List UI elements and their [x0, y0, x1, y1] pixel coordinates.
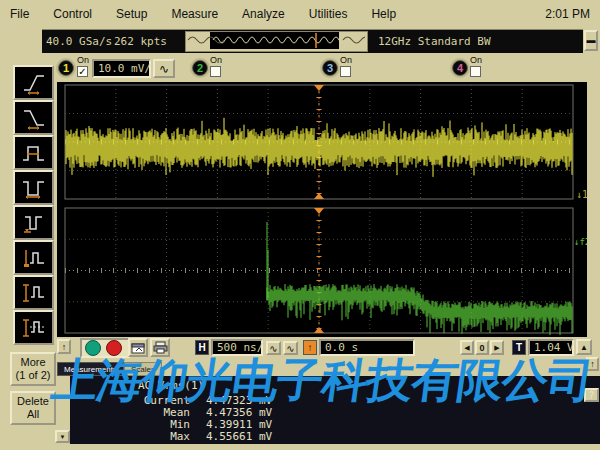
print-button[interactable] [150, 338, 170, 357]
measure-fall-time-button[interactable] [13, 100, 54, 135]
more-line2: (1 of 2) [12, 369, 54, 382]
status-bar: 40.0 GSa/s 262 kpts 12GHz Standard BW [42, 29, 583, 53]
measure-period-button[interactable] [13, 205, 54, 240]
run-button[interactable] [85, 340, 101, 356]
trigger-icon[interactable]: T [512, 340, 526, 355]
measure-positive-width-button[interactable] [13, 135, 54, 170]
channel-2-checkbox[interactable] [210, 66, 221, 77]
delete-line2: All [12, 408, 54, 421]
channel-3-on-toggle[interactable]: On [340, 56, 352, 77]
delay-right-button[interactable]: ▶ [490, 340, 504, 355]
delay-zero-button[interactable]: 0 [475, 340, 489, 355]
measure-vavg-button[interactable] [13, 310, 54, 345]
acquisition-memory-bar[interactable] [185, 31, 368, 52]
delay-left-button[interactable]: ◀ [460, 340, 474, 355]
more-line1: More [12, 356, 54, 369]
channel-2-on-label: On [210, 56, 222, 65]
sine-small-icon: ∿ [269, 343, 277, 354]
row-value: 4.55661 mV [206, 430, 272, 443]
waveform-display[interactable]: ↓1↓f2 [57, 82, 587, 337]
tab-measurements[interactable]: Measurements [57, 362, 124, 376]
svg-text:↓f2: ↓f2 [574, 237, 587, 247]
channel-1-checkbox[interactable]: ✓ [77, 66, 88, 77]
row-label: Max [80, 430, 190, 443]
menu-measure[interactable]: Measure [171, 7, 218, 21]
scope-graticule: ↓1↓f2 [57, 82, 587, 337]
memory-depth: 262 kpts [114, 35, 167, 48]
channel-3-checkbox[interactable] [340, 66, 351, 77]
measure-vmin-button[interactable] [13, 240, 54, 275]
horizontal-zoom-in-button[interactable]: ∿ [283, 341, 298, 355]
delete-all-button[interactable]: Delete All [10, 391, 56, 425]
panel-scroll-down-button[interactable]: ▼ [55, 430, 70, 443]
svg-text:↓1: ↓1 [576, 189, 587, 200]
v-min-icon [21, 245, 47, 271]
positive-pulse-width-icon [21, 140, 47, 166]
channel-1-scale-field[interactable]: 10.0 mV/ [92, 59, 151, 78]
fall-time-icon [21, 105, 47, 131]
channel-4-on-toggle[interactable]: On [470, 56, 482, 77]
negative-pulse-width-icon [21, 175, 47, 201]
channel-3-button[interactable]: 3 [322, 60, 338, 76]
rise-time-icon [21, 70, 47, 96]
stop-button[interactable] [106, 340, 122, 356]
channel-1-on-toggle[interactable]: On ✓ [77, 56, 89, 77]
menu-file[interactable]: File [10, 7, 29, 21]
measurements-panel: AC Vrms(1) Current 4.47323 mV Mean 4.473… [70, 376, 600, 444]
channel-1-button[interactable]: 1 [58, 60, 74, 76]
v-average-icon [21, 315, 47, 341]
delete-line1: Delete [12, 395, 54, 408]
trigger-position-icon[interactable]: ↑ [303, 340, 317, 355]
measurement-name: AC Vrms(1) [138, 379, 204, 392]
measure-negative-width-button[interactable] [13, 170, 54, 205]
measurement-row-max: Max 4.55661 mV [80, 430, 272, 443]
measure-vpp-button[interactable] [13, 275, 54, 310]
menu-setup[interactable]: Setup [116, 7, 147, 21]
menu-control[interactable]: Control [53, 7, 92, 21]
menu-help[interactable]: Help [371, 7, 396, 21]
printer-icon [153, 341, 168, 354]
tab-scales[interactable]: Scales [124, 362, 162, 376]
export-button[interactable] [128, 338, 148, 357]
measure-rise-time-button[interactable] [13, 65, 54, 100]
trigger-level-field[interactable]: 1.04 V [528, 339, 574, 356]
menu-utilities[interactable]: Utilities [309, 7, 348, 21]
clock: 2:01 PM [545, 7, 590, 21]
channel-1-menu-button[interactable]: ∿ [153, 59, 175, 78]
help-button[interactable]: ? [584, 388, 599, 402]
channel-1-on-label: On [77, 56, 89, 65]
horizontal-icon[interactable]: H [195, 340, 209, 355]
menu-bar: File Control Setup Measure Analyze Utili… [0, 0, 600, 27]
memory-bar-waveform [186, 32, 365, 49]
timebase-field[interactable]: 500 ns/ [211, 339, 263, 356]
channel-4-checkbox[interactable] [470, 66, 481, 77]
channel-4-button[interactable]: 4 [452, 60, 468, 76]
menu-analyze[interactable]: Analyze [242, 7, 285, 21]
scroll-up-right-button[interactable]: ↑ [586, 357, 599, 371]
channel-2-on-toggle[interactable]: On [210, 56, 222, 77]
sine-icon: ∿ [159, 62, 169, 76]
v-peak-peak-icon [21, 280, 47, 306]
trigger-level-up-button[interactable]: ▲ [576, 339, 592, 355]
more-measurements-button[interactable]: More (1 of 2) [10, 352, 56, 386]
horizontal-zoom-out-button[interactable]: ∿ [266, 341, 281, 355]
sine-small-icon: ∿ [286, 343, 294, 354]
bandwidth-label: 12GHz Standard BW [378, 35, 491, 48]
channel-2-button[interactable]: 2 [192, 60, 208, 76]
period-icon [21, 210, 47, 236]
scroll-up-left-button[interactable]: ↑ [57, 339, 71, 354]
sample-rate: 40.0 GSa/s [46, 35, 112, 48]
collapse-button[interactable]: ▬ [584, 30, 598, 51]
channel-4-on-label: On [470, 56, 482, 65]
horizontal-delay-field[interactable]: 0.0 s [319, 339, 415, 356]
export-icon [131, 342, 145, 354]
channel-3-on-label: On [340, 56, 352, 65]
